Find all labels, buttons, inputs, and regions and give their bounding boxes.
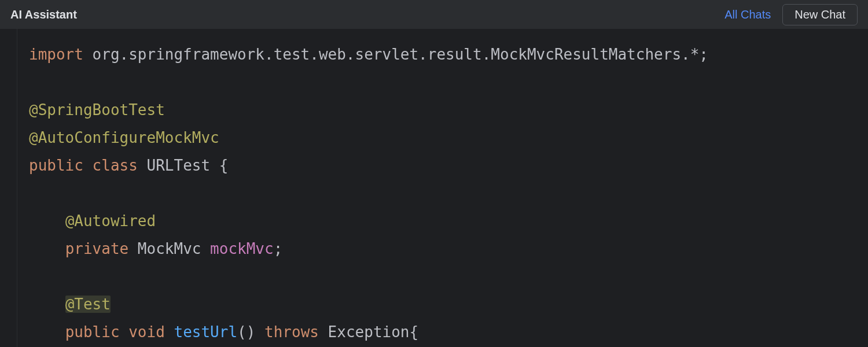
keyword-private: private: [65, 240, 129, 257]
annotation-test: @Test: [65, 296, 111, 313]
keyword-public: public: [65, 323, 120, 341]
content-area: import org.springframework.test.web.serv…: [0, 29, 868, 347]
indent: [29, 212, 65, 230]
header-actions: All Chats New Chat: [724, 4, 858, 25]
new-chat-button[interactable]: New Chat: [782, 4, 858, 25]
all-chats-link[interactable]: All Chats: [724, 8, 771, 21]
field-mockmvc: mockMvc: [210, 240, 274, 257]
keyword-void: void: [128, 323, 165, 341]
keyword-throws: throws: [264, 323, 319, 341]
annotation-autowired: @Autowired: [65, 212, 156, 230]
indent: [29, 240, 65, 257]
class-name: URLTest: [147, 157, 211, 174]
brace-open: {: [410, 323, 419, 341]
keyword-public: public: [29, 157, 83, 174]
editor-gutter: [0, 29, 17, 347]
type-mockmvc: MockMvc: [138, 240, 201, 257]
panel-title: AI Assistant: [10, 8, 77, 21]
keyword-class: class: [93, 157, 138, 174]
annotation-springboottest: @SpringBootTest: [29, 101, 165, 119]
annotation-autoconfiguremockmvc: @AutoConfigureMockMvc: [29, 129, 219, 146]
type-exception: Exception: [328, 323, 410, 341]
indent: [29, 323, 65, 341]
code-editor[interactable]: import org.springframework.test.web.serv…: [17, 29, 868, 347]
panel-header: AI Assistant All Chats New Chat: [0, 0, 868, 29]
brace-open: {: [219, 157, 229, 174]
method-testurl: testUrl: [174, 323, 237, 341]
semicolon: ;: [274, 240, 283, 257]
semicolon: ;: [699, 46, 708, 63]
import-package: org.springframework.test.web.servlet.res…: [93, 46, 700, 63]
keyword-import: import: [29, 46, 83, 63]
parens: (): [237, 323, 255, 341]
indent: [29, 296, 65, 313]
